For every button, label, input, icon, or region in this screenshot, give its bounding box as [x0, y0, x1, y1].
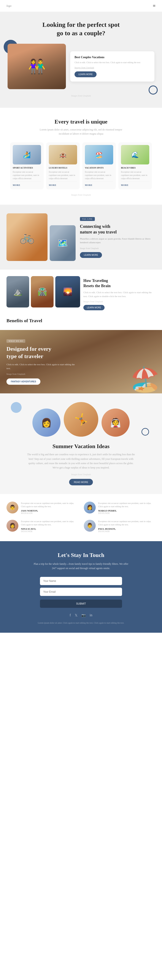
name-input[interactable] — [40, 577, 122, 585]
circle-img-2: 🤸 — [64, 402, 98, 437]
team-name-1: MARGO PERRY, — [98, 509, 156, 512]
menu-icon[interactable]: ≡ — [153, 3, 156, 9]
team-card-3: 👨 Excepteur sint occaecat cupidatat non … — [84, 520, 156, 533]
hotel-more[interactable]: MORE — [49, 184, 57, 186]
hero-card-link[interactable]: Images from Unsplash — [74, 67, 150, 69]
hero-inner: 👫 Best Couples Vacations Click to edit. … — [8, 44, 154, 89]
summer-title: Summer Vacation Ideas — [6, 443, 156, 450]
summer-section: 👩 🤸 👰 Summer Vacation Ideas The world is… — [0, 393, 162, 494]
vacation-more[interactable]: MORE — [85, 184, 93, 186]
hero-title: Looking for the perfect spot go to as a … — [6, 20, 156, 37]
team-text-1: Excepteur sint occaecat cupidatat non pr… — [98, 501, 156, 508]
nature-text: Phasellus a ultrices augue ac quam gravi… — [80, 237, 156, 245]
nature-learn-btn[interactable]: LEARN MORE — [80, 252, 102, 258]
team-info-0: Excepteur sint occaecat cupidatat non pr… — [21, 501, 79, 514]
nature-source: Image from Unsplash — [80, 247, 156, 250]
reset-image-2: 🛣️ — [31, 276, 53, 307]
resets-text: Click to edit. Click to select the text … — [83, 291, 156, 298]
reset-image-1: ⛰️ — [6, 276, 29, 307]
hero-dot-outline — [149, 86, 158, 95]
hero-couple-image: 👫 — [8, 44, 66, 89]
team-card-1: 👩 Excepteur sint occaecat cupidatat non … — [84, 501, 156, 514]
designed-btn[interactable]: FANTASY ADVENTURES — [6, 379, 40, 385]
submit-button[interactable]: SUBMIT — [40, 600, 122, 608]
hotel-image: 🏨 — [49, 145, 77, 164]
unique-section: Every travel is unique Lorem ipsum dolor… — [0, 108, 162, 205]
beach-text: Excepteur sint occaecat cupidatat non pr… — [121, 170, 149, 180]
team-info-2: Excepteur sint occaecat cupidatat non pr… — [21, 520, 79, 533]
hero-card-text: Click to edit. Click to select the text … — [74, 61, 150, 64]
beach-label: BEACH VIBES — [121, 167, 149, 169]
nature-images: 🚲 🗺️ — [6, 213, 75, 261]
resets-section: ⛰️ 🛣️ 🌄 How Traveling Resets the Brain C… — [0, 270, 162, 317]
social-row: f 𝕏 📷 in — [6, 613, 156, 617]
team-text-2: Excepteur sint occaecat cupidatat non pr… — [21, 520, 79, 526]
unique-title: Every travel is unique — [6, 119, 156, 125]
contact-text: Plan a trip for the whole family—from fa… — [32, 562, 130, 571]
resets-title: How Traveling Resets the Brain — [83, 278, 156, 288]
contact-section: Let's Stay In Touch Plan a trip for the … — [0, 541, 162, 633]
contact-title: Let's Stay In Touch — [6, 552, 156, 558]
card-sport: 🏄 SPORT ACTIVITIES Excepteur sint occaec… — [10, 142, 44, 189]
designed-source: Image from Unsplash — [6, 373, 156, 375]
facebook-icon[interactable]: f — [70, 613, 71, 617]
hero-section: Looking for the perfect spot go to as a … — [0, 12, 162, 108]
beach-more[interactable]: MORE — [121, 184, 129, 186]
nature-tag: TAG LINE — [80, 217, 95, 221]
hotel-text: Excepteur sint occaecat cupidatat non pr… — [49, 170, 77, 180]
team-grid: 👨 Excepteur sint occaecat cupidatat non … — [6, 501, 156, 533]
team-name-3: PAUL HUDSON, — [98, 528, 156, 530]
team-card-0: 👨 Excepteur sint occaecat cupidatat non … — [6, 501, 79, 514]
instagram-icon[interactable]: 📷 — [82, 613, 86, 617]
circle-img-3: 👰 — [102, 409, 130, 437]
circle-dot-blue — [11, 402, 22, 413]
resets-source: Images from Unsplash — [83, 300, 156, 303]
hero-source: Images from Unsplash — [6, 95, 156, 97]
resets-learn-btn[interactable]: LEARN MORE — [83, 305, 105, 310]
resets-images: ⛰️ 🛣️ 🌄 — [6, 276, 80, 307]
circle-img-1: 👩 — [32, 409, 60, 437]
avatar-1: 👩 — [84, 501, 96, 514]
avatar-3: 👨 — [84, 520, 96, 531]
beach-image: 🌊 — [121, 145, 149, 164]
contact-form: SUBMIT — [40, 577, 122, 608]
summer-text: The world is big and there are countless… — [27, 452, 135, 470]
circle-dot-outline — [142, 428, 149, 436]
team-role-3: DESIGNER — [98, 530, 156, 533]
vacation-text: Excepteur sint occaecat cupidatat non pr… — [85, 170, 113, 180]
sport-more[interactable]: MORE — [13, 184, 20, 186]
email-input[interactable] — [40, 588, 122, 596]
designed-tag: WHAT WE DO — [6, 339, 25, 343]
linkedin-icon[interactable]: in — [90, 613, 92, 617]
avatar-0: 👨 — [6, 501, 18, 514]
designed-sub: Click to edit. Click to select the text … — [6, 363, 75, 370]
team-role-1: DESIGNER — [98, 512, 156, 514]
nature-title: Connecting with nature as you travel — [80, 224, 156, 235]
hero-card: Best Couples Vacations Click to edit. Cl… — [70, 51, 154, 81]
team-name-2: NINA SCAVO, — [21, 528, 79, 530]
designed-content: WHAT WE DO Designed for every type of tr… — [0, 330, 162, 393]
team-text-3: Excepteur sint occaecat cupidatat non pr… — [98, 520, 156, 526]
vacation-label: VACATION SPOTS — [85, 167, 113, 169]
sport-label: SPORT ACTIVITIES — [13, 167, 41, 169]
unique-source: Images from Unsplash — [6, 194, 156, 196]
summer-read-btn[interactable]: READ MORE — [69, 479, 93, 485]
avatar-2: 👩 — [6, 520, 18, 531]
navbar: logo ≡ — [0, 0, 162, 12]
footer-text: Lorem ipsum dolor sit amet. Click again … — [6, 622, 156, 624]
team-info-3: Excepteur sint occaecat cupidatat non pr… — [98, 520, 156, 533]
summer-source: Images from Unsplash — [6, 473, 156, 476]
benefits-title: Benefits of Travel — [0, 317, 162, 330]
team-name-0: JASS NORTON, — [21, 509, 79, 512]
sport-text: Excepteur sint occaecat cupidatat non pr… — [13, 170, 41, 180]
resets-content: How Traveling Resets the Brain Click to … — [83, 276, 156, 310]
team-role-0: MANAGER — [21, 512, 79, 514]
vacation-image: 🏖️ — [85, 145, 113, 164]
sport-image: 🏄 — [13, 145, 41, 164]
designed-section: WHAT WE DO Designed for every type of tr… — [0, 330, 162, 393]
team-text-0: Excepteur sint occaecat cupidatat non pr… — [21, 501, 79, 508]
twitter-icon[interactable]: 𝕏 — [75, 613, 77, 617]
hero-learn-btn[interactable]: LEARN MORE — [74, 72, 96, 77]
team-role-2: DESIGNER — [21, 530, 79, 533]
hero-image-wrap: 👫 — [8, 44, 66, 89]
